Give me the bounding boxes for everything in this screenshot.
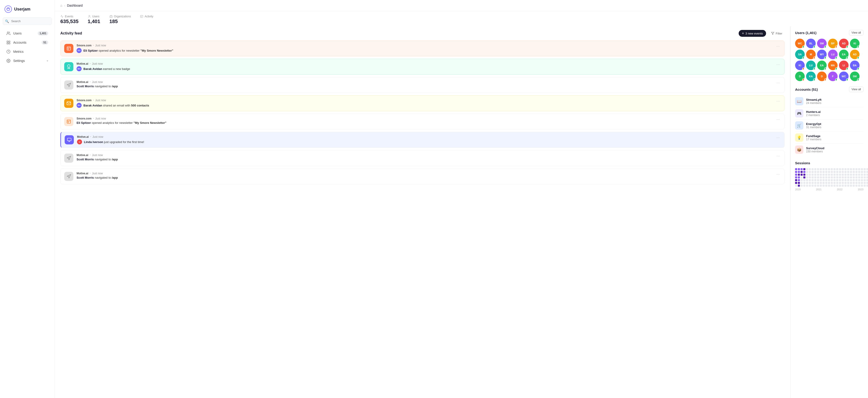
feed-item-content: Smore.com • Just now BA Barak Avidan sha… <box>76 99 772 108</box>
user-avatar-item[interactable]: EA <box>839 49 848 59</box>
sessions-cell <box>798 174 800 176</box>
more-options-button[interactable]: ··· <box>775 99 781 103</box>
sessions-cell <box>801 182 803 184</box>
sidebar-item-users[interactable]: Users 1,401 <box>2 29 53 38</box>
main-area: ⌂ › Dashboard Events 635,535 Users 1,401 <box>55 0 868 398</box>
sessions-cell <box>811 168 814 170</box>
user-avatar-item[interactable]: KA <box>806 71 816 81</box>
feed-item-body: BA Barak Avidan shared an email with 500… <box>76 103 772 108</box>
user-avatar-item[interactable]: EA <box>817 61 827 70</box>
sessions-cell <box>801 174 803 176</box>
sessions-cell <box>809 182 811 184</box>
sessions-cell <box>850 176 852 178</box>
user-avatar-item[interactable]: SM <box>817 39 827 48</box>
sessions-cell <box>806 174 808 176</box>
user-avatar-item[interactable]: BA <box>850 61 860 70</box>
sessions-cell <box>820 174 822 176</box>
sessions-cell <box>823 182 825 184</box>
sessions-year-label: 2020 <box>795 188 801 191</box>
accounts-view-all-button[interactable]: View all <box>849 87 863 92</box>
user-avatar-item[interactable]: SM <box>850 71 860 81</box>
sessions-cell <box>795 176 797 178</box>
user-avatar-item[interactable]: BL <box>806 39 816 48</box>
account-list-item[interactable]: 📦 SurveyCloud 150 members <box>795 144 863 156</box>
user-avatar-item[interactable]: SA <box>795 49 805 59</box>
highlight-text: /app <box>112 85 118 88</box>
stat-users-value: 1,401 <box>88 19 100 25</box>
more-options-button[interactable]: ··· <box>775 117 781 122</box>
more-options-button[interactable]: ··· <box>775 62 781 67</box>
sidebar-item-metrics[interactable]: Metrics <box>2 47 53 56</box>
account-list-item[interactable]: 📖 StreamLyft 24 members <box>795 95 863 107</box>
svg-rect-12 <box>67 47 71 50</box>
more-options-button[interactable]: ··· <box>775 44 781 49</box>
svg-point-7 <box>8 60 9 62</box>
feed-item-meta: Motive.ai • Just now <box>76 172 772 175</box>
sessions-cell <box>809 185 811 187</box>
sessions-cell <box>839 176 841 178</box>
sessions-cell <box>836 168 838 170</box>
user-avatar-item[interactable]: WC <box>839 71 848 81</box>
logo-icon <box>5 5 12 13</box>
users-view-all-button[interactable]: View all <box>849 30 863 35</box>
more-options-button[interactable]: ··· <box>775 172 781 177</box>
feed-container: Activity feed + 3 new events Filter <box>55 26 790 398</box>
feed-item-meta: Smore.com • Just now <box>76 117 772 120</box>
feed-time: Just now <box>92 62 103 65</box>
breadcrumb-current: Dashboard <box>67 4 83 7</box>
sessions-cell <box>801 176 803 178</box>
sessions-cell <box>814 168 816 170</box>
sessions-cell <box>842 182 844 184</box>
plus-icon: + <box>742 31 744 35</box>
highlight-text: /app <box>112 176 118 179</box>
more-options-button[interactable]: ··· <box>775 135 781 140</box>
user-avatar-item[interactable]: AD <box>850 49 860 59</box>
sidebar-item-settings[interactable]: Settings ▾ <box>2 57 53 65</box>
filter-button[interactable]: Filter <box>769 30 784 37</box>
sessions-cell <box>795 179 797 181</box>
user-avatar-item[interactable]: WY <box>817 49 827 59</box>
user-avatar-item[interactable]: MA <box>828 61 838 70</box>
user-avatar-item[interactable]: KI <box>850 39 860 48</box>
user-avatar-item[interactable]: LI <box>839 61 848 70</box>
sessions-cell <box>806 171 808 173</box>
account-list-item[interactable]: 💡 FundSage 17 members <box>795 132 863 144</box>
sessions-cell <box>839 182 841 184</box>
sessions-cell <box>803 171 805 173</box>
sessions-cell <box>847 185 849 187</box>
sidebar-item-accounts[interactable]: Accounts 51 <box>2 38 53 47</box>
sessions-cell <box>864 185 866 187</box>
search-input[interactable] <box>3 18 52 25</box>
sessions-cell <box>842 168 844 170</box>
user-avatar-item[interactable]: WC <box>795 39 805 48</box>
user-avatar-item[interactable]: D <box>795 71 805 81</box>
user-avatar-item[interactable]: D <box>817 71 827 81</box>
account-list-item[interactable]: 🎮 Hunters.ai 2 members <box>795 107 863 120</box>
home-icon[interactable]: ⌂ <box>60 4 62 7</box>
sessions-cell <box>839 185 841 187</box>
svg-marker-11 <box>771 32 774 35</box>
sessions-cell <box>811 176 814 178</box>
user-avatar-item[interactable]: LU <box>806 61 816 70</box>
user-avatar-item[interactable]: LU <box>828 49 838 59</box>
sessions-cell <box>861 171 863 173</box>
feed-company: Motive.ai <box>76 172 88 175</box>
feed-item-icon <box>65 135 74 144</box>
sessions-cell <box>866 182 868 184</box>
user-avatar-item[interactable]: BP <box>828 39 838 48</box>
sessions-cell <box>806 176 808 178</box>
user-avatar-item[interactable]: F <box>828 71 838 81</box>
user-avatar-item[interactable]: KI <box>795 61 805 70</box>
more-options-button[interactable]: ··· <box>775 80 781 85</box>
user-avatar-item[interactable]: AD <box>839 39 848 48</box>
more-options-button[interactable]: ··· <box>775 154 781 158</box>
new-events-button[interactable]: + 3 new events <box>739 30 766 37</box>
sessions-cell <box>856 168 858 170</box>
sessions-cell <box>856 182 858 184</box>
sessions-cell <box>836 185 838 187</box>
account-list-item[interactable]: 🛒 EnergyOpt 31 members <box>795 120 863 132</box>
sessions-cell <box>853 176 855 178</box>
sessions-cell <box>801 168 803 170</box>
user-avatar-item[interactable]: M <box>806 49 816 59</box>
sessions-cell <box>809 176 811 178</box>
